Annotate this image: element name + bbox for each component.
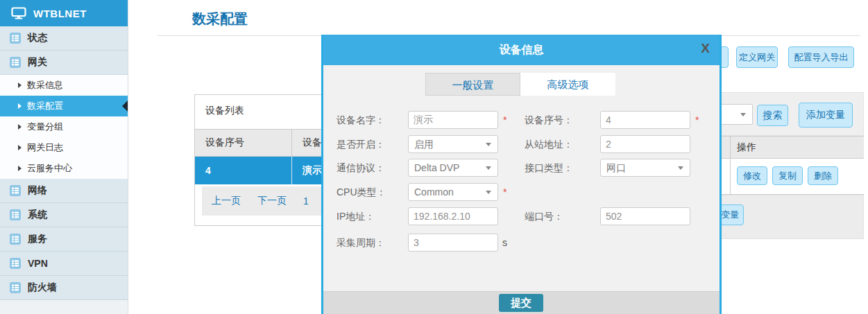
chevron-down-icon	[486, 191, 491, 194]
sidebar-item-label: 数采信息	[27, 79, 63, 91]
delete-button[interactable]: 删除	[808, 166, 838, 185]
define-gateway-button[interactable]: 定义网关	[736, 46, 778, 68]
sidebar: WTBLNET 状态 网关 数采信息 数采配置 变量分组 网关日志 云服务中心 …	[0, 0, 128, 314]
protocol-select[interactable]: Delta DVP	[408, 159, 498, 177]
port-field[interactable]	[600, 207, 690, 225]
page-number[interactable]: 1	[303, 195, 309, 207]
sidebar-item-data-info[interactable]: 数采信息	[0, 75, 128, 96]
config-import-export-button[interactable]: 配置导入导出	[788, 46, 854, 68]
interface-type-select[interactable]: 网口	[600, 159, 690, 177]
interface-type-label: 接口类型：	[525, 159, 573, 177]
chevron-down-icon	[486, 143, 491, 146]
required-marker: *	[695, 111, 699, 129]
grid-icon	[10, 258, 21, 269]
sidebar-brand-header: WTBLNET	[0, 0, 128, 26]
protocol-select-value: Delta DVP	[414, 162, 459, 173]
column-header-operation: 操作	[737, 141, 756, 154]
grid-icon	[10, 234, 21, 245]
triangle-bullet-icon	[18, 82, 22, 88]
sidebar-item-data-config[interactable]: 数采配置	[0, 96, 128, 116]
close-icon[interactable]: X	[701, 41, 710, 56]
ip-address-label: IP地址：	[337, 207, 375, 225]
modal-tabs: 一般设置 高级选项	[425, 73, 615, 96]
modal-title: 设备信息	[323, 43, 720, 58]
active-notch-icon	[122, 101, 128, 112]
sidebar-item-label: 服务	[28, 233, 47, 245]
device-serial-field[interactable]	[600, 111, 690, 129]
sidebar-item-label: 云服务中心	[27, 162, 72, 175]
monitor-icon	[11, 7, 26, 19]
sidebar-item-status[interactable]: 状态	[0, 26, 128, 51]
sidebar-item-label: VPN	[28, 258, 48, 269]
triangle-bullet-icon	[18, 103, 22, 109]
sidebar-item-system[interactable]: 系统	[0, 203, 128, 227]
protocol-label: 通信协议：	[337, 159, 385, 177]
sidebar-item-label: 网关日志	[27, 141, 63, 154]
grid-icon	[10, 185, 21, 196]
triangle-bullet-icon	[18, 124, 22, 130]
sidebar-item-firewall[interactable]: 防火墙	[0, 276, 128, 300]
modal-header: 设备信息 X	[323, 35, 720, 65]
enabled-label: 是否开启：	[337, 135, 385, 153]
next-page-link[interactable]: 下一页	[257, 195, 287, 207]
collect-period-unit: s	[502, 234, 507, 252]
chevron-down-icon	[678, 166, 683, 170]
collect-period-label: 采集周期：	[337, 234, 385, 252]
grid-icon	[10, 57, 21, 68]
sidebar-item-gateway[interactable]: 网关	[0, 51, 128, 75]
grid-icon	[10, 282, 21, 293]
modify-button[interactable]: 修改	[737, 166, 767, 185]
sidebar-item-gateway-log[interactable]: 网关日志	[0, 137, 128, 158]
brand-name: WTBLNET	[33, 8, 87, 19]
sidebar-item-cloud-service[interactable]: 云服务中心	[0, 158, 128, 179]
sidebar-item-label: 数采配置	[27, 100, 63, 112]
chevron-down-icon	[740, 113, 746, 116]
triangle-bullet-icon	[18, 166, 22, 171]
ip-address-field[interactable]	[408, 207, 498, 225]
device-serial-label: 设备序号：	[525, 111, 573, 129]
collect-period-field[interactable]	[408, 234, 498, 252]
cpu-type-select-value: Common	[414, 186, 454, 198]
prev-page-link[interactable]: 上一页	[212, 195, 241, 207]
grid-icon	[10, 33, 21, 44]
device-serial-cell: 4	[195, 157, 292, 184]
page-title: 数采配置	[192, 10, 248, 28]
device-name-label: 设备名字：	[337, 111, 385, 129]
submit-button[interactable]: 提交	[499, 294, 543, 312]
tab-advanced-options[interactable]: 高级选项	[520, 73, 615, 96]
sidebar-item-service[interactable]: 服务	[0, 227, 128, 252]
port-label: 端口号：	[525, 207, 563, 225]
chevron-down-icon	[486, 166, 491, 170]
interface-type-select-value: 网口	[606, 162, 626, 175]
copy-button[interactable]: 复制	[772, 166, 803, 185]
required-marker: *	[503, 111, 507, 129]
enabled-select-value: 启用	[414, 139, 434, 151]
required-marker: *	[503, 183, 507, 201]
sidebar-item-label: 网关	[28, 56, 47, 69]
sidebar-item-vpn[interactable]: VPN	[0, 252, 128, 276]
cpu-type-select[interactable]: Common	[408, 183, 498, 201]
cpu-type-label: CPU类型：	[337, 183, 386, 201]
grid-icon	[10, 209, 21, 220]
add-variable-button[interactable]: 添加变量	[799, 103, 853, 128]
sidebar-item-label: 状态	[28, 32, 47, 44]
sidebar-item-label: 变量分组	[27, 121, 63, 133]
sidebar-item-label: 防火墙	[28, 281, 57, 294]
sidebar-item-label: 系统	[28, 209, 47, 221]
device-list-title: 设备列表	[205, 105, 244, 117]
search-button[interactable]: 搜索	[757, 105, 788, 126]
enabled-select[interactable]: 启用	[408, 135, 498, 153]
column-divider	[730, 136, 731, 195]
device-info-modal: 设备信息 X 一般设置 高级选项 设备名字： * 设备序号： * 是否开启： 启…	[321, 35, 722, 314]
sidebar-item-variable-group[interactable]: 变量分组	[0, 116, 128, 137]
column-header-serial: 设备序号	[195, 130, 292, 156]
device-name-field[interactable]	[408, 111, 498, 129]
tab-general-settings[interactable]: 一般设置	[425, 73, 520, 96]
slave-address-field[interactable]	[600, 135, 690, 153]
sidebar-item-network[interactable]: 网络	[0, 179, 128, 203]
slave-address-label: 从站地址：	[525, 135, 573, 153]
triangle-bullet-icon	[18, 145, 22, 150]
sidebar-item-label: 网络	[28, 184, 47, 197]
